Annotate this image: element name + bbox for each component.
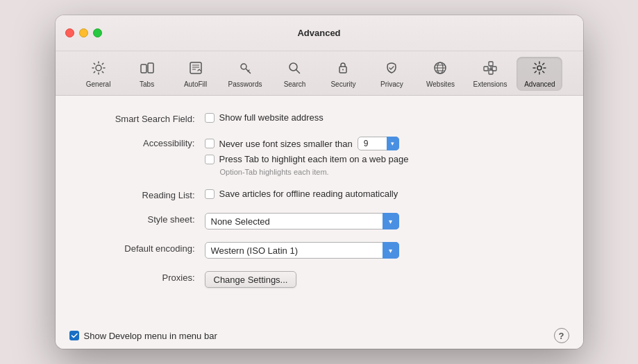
preferences-window: Advanced General Tabs	[56, 15, 583, 349]
tab-search[interactable]: Search	[271, 57, 317, 91]
style-sheet-row: Style sheet: None Selected ▾	[83, 213, 555, 229]
bottom-bar: Show Develop menu in menu bar ?	[56, 320, 583, 349]
default-encoding-row: Default encoding: Western (ISO Latin 1) …	[83, 242, 555, 259]
default-encoding-wrapper: Western (ISO Latin 1) Unicode (UTF-8) ▾	[205, 242, 399, 259]
develop-menu-row: Show Develop menu in menu bar	[69, 331, 217, 341]
develop-menu-checkbox[interactable]	[69, 331, 79, 340]
reading-list-option-label: Save articles for offline reading automa…	[219, 189, 398, 199]
tab-extensions-label: Extensions	[473, 80, 507, 88]
accessibility-option2-label: Press Tab to highlight each item on a we…	[219, 154, 409, 164]
tab-autofill[interactable]: AutoFill	[173, 57, 219, 91]
websites-icon	[433, 60, 448, 78]
accessibility-checkbox2[interactable]	[205, 155, 215, 164]
reading-list-inline: Save articles for offline reading automa…	[205, 189, 398, 199]
minimize-button[interactable]	[79, 28, 88, 37]
tab-websites-label: Websites	[426, 80, 455, 88]
privacy-icon	[384, 60, 399, 78]
zoom-button[interactable]	[93, 28, 102, 37]
svg-rect-2	[148, 63, 153, 73]
smart-search-checkbox[interactable]	[205, 113, 215, 123]
tab-search-label: Search	[284, 80, 306, 88]
svg-rect-18	[489, 62, 493, 66]
titlebar: Advanced	[56, 15, 583, 51]
svg-rect-1	[141, 64, 146, 73]
tab-security[interactable]: Security	[320, 57, 366, 91]
close-button[interactable]	[65, 28, 74, 37]
passwords-icon	[237, 60, 253, 78]
search-icon	[287, 60, 302, 78]
smart-search-inline: Show full website address	[205, 112, 324, 123]
style-sheet-label: Style sheet:	[83, 213, 205, 225]
proxies-content: Change Settings...	[205, 271, 297, 288]
tab-autofill-label: AutoFill	[184, 80, 207, 88]
tab-security-label: Security	[330, 80, 355, 88]
accessibility-option2: Press Tab to highlight each item on a we…	[205, 154, 409, 164]
tab-tabs-label: Tabs	[140, 80, 154, 88]
smart-search-content: Show full website address	[205, 112, 324, 123]
security-icon	[335, 60, 351, 78]
svg-rect-3	[190, 62, 201, 73]
tabs-icon	[140, 60, 155, 78]
accessibility-option1-label: Never use font sizes smaller than	[219, 139, 353, 149]
tab-general[interactable]: General	[76, 57, 121, 91]
develop-menu-label: Show Develop menu in menu bar	[84, 331, 217, 341]
proxies-row: Proxies: Change Settings...	[83, 271, 555, 288]
accessibility-row: Accessibility: Never use font sizes smal…	[83, 137, 555, 176]
tab-tabs[interactable]: Tabs	[124, 57, 170, 91]
tab-extensions[interactable]: Extensions	[466, 57, 514, 91]
reading-list-checkbox[interactable]	[205, 189, 215, 199]
smart-search-option-label: Show full website address	[219, 112, 324, 123]
default-encoding-content: Western (ISO Latin 1) Unicode (UTF-8) ▾	[205, 242, 399, 259]
default-encoding-select[interactable]: Western (ISO Latin 1) Unicode (UTF-8)	[205, 242, 399, 259]
style-sheet-wrapper: None Selected ▾	[205, 213, 399, 229]
tab-privacy[interactable]: Privacy	[369, 57, 414, 91]
font-size-wrapper: 9 10 11 12 ▾	[358, 137, 399, 150]
tab-general-label: General	[86, 80, 111, 88]
tab-websites[interactable]: Websites	[417, 57, 463, 91]
general-icon	[91, 60, 106, 78]
default-encoding-label: Default encoding:	[83, 242, 205, 254]
svg-point-11	[342, 69, 344, 71]
accessibility-checkbox1[interactable]	[205, 139, 215, 148]
smart-search-label: Smart Search Field:	[83, 112, 205, 124]
tab-passwords-label: Passwords	[228, 80, 262, 88]
proxies-change-button[interactable]: Change Settings...	[205, 271, 297, 288]
accessibility-content: Never use font sizes smaller than 9 10 1…	[205, 137, 409, 176]
reading-list-row: Reading List: Save articles for offline …	[83, 189, 555, 200]
svg-point-7	[241, 64, 246, 69]
svg-point-21	[537, 66, 542, 70]
advanced-icon	[532, 60, 547, 78]
tab-advanced-label: Advanced	[524, 80, 555, 88]
proxies-label: Proxies:	[83, 271, 205, 283]
reading-list-label: Reading List:	[83, 189, 205, 200]
svg-point-0	[96, 65, 101, 71]
window-title: Advanced	[297, 28, 340, 38]
smart-search-row: Smart Search Field: Show full website ad…	[83, 112, 555, 124]
font-size-select[interactable]: 9 10 11 12	[358, 137, 399, 150]
tab-advanced[interactable]: Advanced	[517, 57, 562, 91]
style-sheet-content: None Selected ▾	[205, 213, 399, 229]
accessibility-label: Accessibility:	[83, 137, 205, 148]
style-sheet-select[interactable]: None Selected	[205, 213, 399, 229]
toolbar: General Tabs AutoFill	[56, 51, 583, 96]
accessibility-hint: Option-Tab highlights each item.	[220, 168, 409, 176]
tab-passwords[interactable]: Passwords	[221, 57, 269, 91]
svg-rect-17	[484, 67, 488, 71]
tab-privacy-label: Privacy	[380, 80, 403, 88]
extensions-icon	[482, 60, 498, 78]
help-button[interactable]: ?	[554, 328, 569, 343]
accessibility-option1: Never use font sizes smaller than 9 10 1…	[205, 137, 409, 150]
reading-list-content: Save articles for offline reading automa…	[205, 189, 398, 199]
autofill-icon	[188, 60, 203, 78]
traffic-lights	[65, 28, 102, 37]
settings-content: Smart Search Field: Show full website ad…	[56, 96, 583, 320]
